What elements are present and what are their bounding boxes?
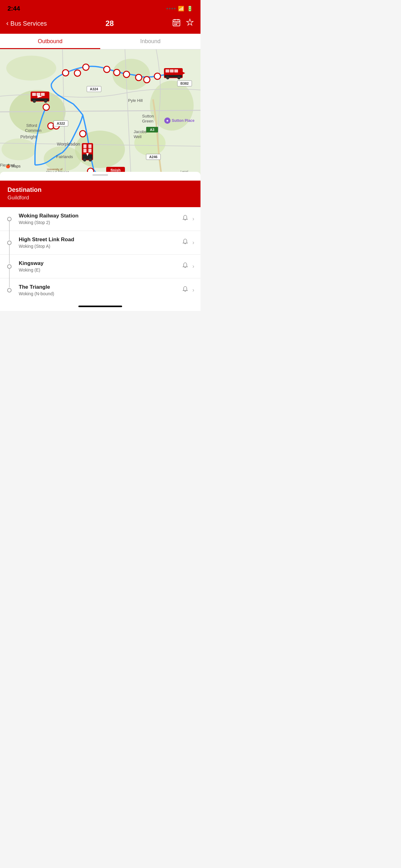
signal-icon (166, 8, 175, 9)
star-icon[interactable] (186, 18, 194, 29)
svg-text:Well: Well (134, 134, 141, 139)
chevron-right-icon[interactable]: › (192, 239, 194, 246)
tab-inbound[interactable]: Inbound (100, 34, 201, 49)
svg-rect-7 (174, 24, 175, 25)
destination-banner: Destination Guildford (0, 181, 201, 207)
svg-point-34 (80, 131, 86, 137)
svg-point-27 (104, 66, 110, 72)
map-pull-handle[interactable] (0, 172, 201, 181)
svg-rect-47 (37, 93, 40, 96)
back-button[interactable]: ‹ Bus Services (6, 19, 47, 28)
svg-point-15 (2, 138, 36, 160)
svg-text:A3: A3 (150, 128, 154, 131)
stop-timeline (6, 264, 12, 269)
svg-rect-38 (166, 69, 169, 72)
bell-icon[interactable] (182, 239, 189, 247)
svg-text:Pyle Hill: Pyle Hill (128, 98, 143, 103)
svg-text:Sutton Place: Sutton Place (172, 118, 195, 123)
stop-item: High Street Link Road Woking (Stop A) › (0, 231, 201, 255)
svg-text:Worplesdon: Worplesdon (57, 142, 80, 147)
nav-header: ‹ Bus Services 28 (0, 16, 201, 34)
chevron-right-icon[interactable]: › (192, 216, 194, 222)
svg-point-29 (74, 70, 80, 76)
svg-text:Stford: Stford (26, 123, 37, 128)
svg-text:Sutton: Sutton (142, 114, 154, 118)
bell-icon[interactable] (182, 286, 189, 294)
wifi-icon: 📶 (178, 6, 184, 11)
svg-point-50 (44, 100, 47, 103)
destination-label: Destination (7, 186, 193, 193)
calendar-icon[interactable] (172, 19, 180, 28)
status-bar: 2:44 📶 🔋 (0, 0, 201, 16)
stop-timeline (6, 217, 12, 221)
svg-rect-54 (83, 144, 87, 148)
svg-point-28 (83, 64, 89, 70)
svg-point-30 (63, 70, 69, 76)
svg-point-49 (33, 100, 36, 103)
stop-item: The Triangle Woking (N-bound) › (0, 278, 201, 302)
chevron-right-icon[interactable]: › (192, 263, 194, 270)
stop-actions: › (182, 286, 194, 294)
svg-text:🍎 Maps: 🍎 Maps (6, 164, 21, 168)
svg-rect-46 (32, 93, 36, 96)
svg-rect-48 (41, 93, 45, 96)
stop-actions: › (182, 239, 194, 247)
stop-dot (7, 288, 11, 292)
svg-text:Green: Green (142, 119, 153, 123)
chevron-right-icon[interactable]: › (192, 287, 194, 293)
svg-rect-6 (177, 23, 179, 24)
svg-text:Jacobs: Jacobs (134, 129, 147, 134)
svg-text:Common: Common (25, 128, 41, 133)
svg-point-42 (177, 76, 180, 80)
stop-item: Kingsway Woking (E) › (0, 255, 201, 278)
svg-point-25 (123, 71, 130, 78)
stop-actions: › (182, 215, 194, 223)
bell-icon[interactable] (182, 262, 189, 271)
back-label: Bus Services (10, 20, 47, 27)
stop-timeline (6, 241, 12, 245)
svg-point-26 (114, 69, 120, 75)
svg-text:Pirbright: Pirbright (20, 134, 37, 140)
bell-icon[interactable] (182, 215, 189, 223)
svg-point-58 (83, 158, 86, 161)
svg-rect-39 (170, 69, 174, 72)
stop-sub: Woking (Stop 2) (19, 220, 182, 225)
stop-dot (7, 264, 11, 269)
stop-dot (7, 217, 11, 221)
svg-rect-8 (176, 24, 177, 25)
stop-info: Woking Railway Station Woking (Stop 2) (19, 213, 182, 225)
svg-text:A324: A324 (90, 87, 98, 91)
svg-text:A322: A322 (57, 122, 65, 125)
status-icons: 📶 🔋 (166, 6, 193, 11)
svg-point-31 (43, 104, 49, 110)
stop-sub: Woking (N-bound) (19, 291, 182, 296)
map-svg: A324 A322 B382 A3 A246 Pyle Hill Sutton … (0, 50, 201, 181)
svg-text:A246: A246 (149, 155, 157, 159)
status-time: 2:44 (7, 5, 20, 12)
header-actions (172, 18, 194, 29)
svg-text:Fairlands: Fairlands (56, 154, 73, 159)
back-arrow-icon: ‹ (6, 19, 8, 28)
svg-rect-55 (89, 144, 92, 148)
stop-sub: Woking (E) (19, 268, 182, 273)
svg-point-59 (89, 158, 92, 161)
svg-point-23 (144, 76, 150, 83)
stop-item: Woking Railway Station Woking (Stop 2) › (0, 207, 201, 231)
route-number: 28 (106, 19, 114, 28)
stop-sub: Woking (Stop A) (19, 244, 182, 249)
tabs-bar: Outbound Inbound (0, 34, 201, 50)
stop-info: The Triangle Woking (N-bound) (19, 284, 182, 296)
svg-rect-56 (83, 149, 87, 153)
stop-info: Kingsway Woking (E) (19, 260, 182, 273)
home-bar (78, 306, 122, 307)
pull-handle (93, 174, 108, 176)
battery-icon: 🔋 (187, 6, 193, 11)
tab-outbound[interactable]: Outbound (0, 34, 100, 49)
svg-rect-57 (89, 149, 92, 153)
map-view[interactable]: A324 A322 B382 A3 A246 Pyle Hill Sutton … (0, 50, 201, 181)
svg-rect-40 (174, 69, 178, 72)
stop-timeline (6, 288, 12, 292)
svg-point-22 (154, 73, 161, 80)
svg-text:★: ★ (166, 119, 169, 122)
svg-rect-5 (176, 23, 177, 24)
